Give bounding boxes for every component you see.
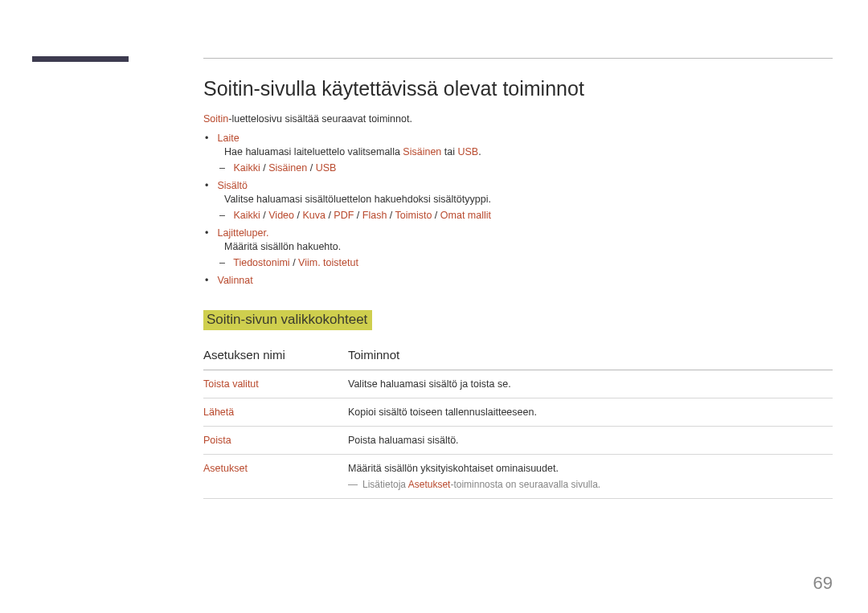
text: Määritä sisällön yksityiskohtaiset omina… (348, 463, 559, 474)
cell-desc: Kopioi sisältö toiseen tallennuslaittees… (348, 398, 833, 427)
section-subheading: Soitin-sivun valikkokohteet (203, 310, 372, 330)
opt: Viim. toistetut (298, 257, 358, 268)
footnote: ―Lisätietoja Asetukset-toiminnosta on se… (348, 479, 829, 490)
opt: Omat mallit (440, 210, 491, 221)
sublist: Kaikki / Video / Kuva / PDF / Flash / To… (231, 210, 833, 221)
cell-name: Lähetä (203, 398, 348, 427)
cell-desc: Poista haluamasi sisältö. (348, 427, 833, 455)
table-row: Lähetä Kopioi sisältö toiseen tallennusl… (203, 398, 833, 427)
sublist: Tiedostonimi / Viim. toistetut (231, 257, 833, 268)
bullet-desc: Hae haluamasi laiteluettelo valitsemalla… (224, 146, 833, 157)
opt: Sisäinen (268, 162, 307, 174)
bullet-title: Sisältö (217, 180, 248, 191)
table-row: Poista Poista haluamasi sisältö. (203, 427, 833, 455)
bullet-title: Valinnat (217, 275, 252, 286)
cell-name: Toista valitut (203, 370, 348, 398)
opt: PDF (334, 210, 354, 221)
text: tai (441, 146, 457, 157)
page-number: 69 (813, 573, 833, 594)
sep: / (387, 210, 395, 221)
bullet-title: Laite (217, 133, 239, 144)
bullet-sisalto: Sisältö Valitse haluamasi sisältöluettel… (215, 180, 833, 221)
brand-soitin: Soitin (203, 113, 228, 125)
main-content: Soitin-sivulla käytettävissä olevat toim… (203, 77, 833, 499)
sep: / (260, 210, 268, 221)
th-func: Toiminnot (348, 341, 833, 370)
sep: / (294, 210, 302, 221)
note-dash-icon: ― (348, 479, 358, 490)
table-row: Toista valitut Valitse haluamasi sisältö… (203, 370, 833, 398)
intro-rest: -luettelosivu sisältää seuraavat toiminn… (228, 113, 412, 125)
sublist: Kaikki / Sisäinen / USB (231, 162, 833, 174)
opt: Video (268, 210, 294, 221)
opt: Kaikki (233, 210, 260, 221)
sub-item: Kaikki / Video / Kuva / PDF / Flash / To… (231, 210, 833, 221)
sep: / (307, 162, 315, 174)
opt: Tiedostonimi (233, 257, 289, 268)
text: -toiminnosta on seuraavalla sivulla. (450, 479, 600, 490)
sub-item: Kaikki / Sisäinen / USB (231, 162, 833, 174)
opt: Kaikki (233, 162, 260, 174)
text: Hae haluamasi laiteluettelo valitsemalla (224, 146, 403, 157)
bullet-title: Lajitteluper. (217, 227, 268, 239)
sep: / (290, 257, 298, 268)
table-row: Asetukset Määritä sisällön yksityiskohta… (203, 455, 833, 499)
top-rule (203, 58, 833, 59)
cell-desc: Määritä sisällön yksityiskohtaiset omina… (348, 455, 833, 499)
brand-asetukset: Asetukset (408, 479, 451, 490)
cell-name: Poista (203, 427, 348, 455)
opt: USB (316, 162, 337, 174)
sep: / (326, 210, 334, 221)
feature-list: Laite Hae haluamasi laiteluettelo valits… (215, 133, 833, 286)
opt: Kuva (302, 210, 326, 221)
brand-sisainen: Sisäinen (403, 146, 441, 157)
bullet-desc: Valitse haluamasi sisältöluettelon hakue… (224, 194, 833, 205)
chapter-tab (32, 56, 129, 62)
options-table: Asetuksen nimi Toiminnot Toista valitut … (203, 341, 833, 499)
opt: Flash (362, 210, 387, 221)
bullet-lajitteluper: Lajitteluper. Määritä sisällön hakuehto.… (215, 227, 833, 268)
sep: / (432, 210, 440, 221)
opt: Toimisto (395, 210, 432, 221)
intro-text: Soitin-luettelosivu sisältää seuraavat t… (203, 113, 833, 125)
cell-name: Asetukset (203, 455, 348, 499)
cell-desc: Valitse haluamasi sisältö ja toista se. (348, 370, 833, 398)
text: Lisätietoja (362, 479, 408, 490)
brand-usb: USB (457, 146, 478, 157)
page-title: Soitin-sivulla käytettävissä olevat toim… (203, 77, 833, 100)
sub-item: Tiedostonimi / Viim. toistetut (231, 257, 833, 268)
bullet-valinnat: Valinnat (215, 275, 833, 286)
sep: / (260, 162, 268, 174)
text: . (478, 146, 481, 157)
bullet-desc: Määritä sisällön hakuehto. (224, 241, 833, 252)
th-name: Asetuksen nimi (203, 341, 348, 370)
bullet-laite: Laite Hae haluamasi laiteluettelo valits… (215, 133, 833, 174)
sep: / (354, 210, 362, 221)
